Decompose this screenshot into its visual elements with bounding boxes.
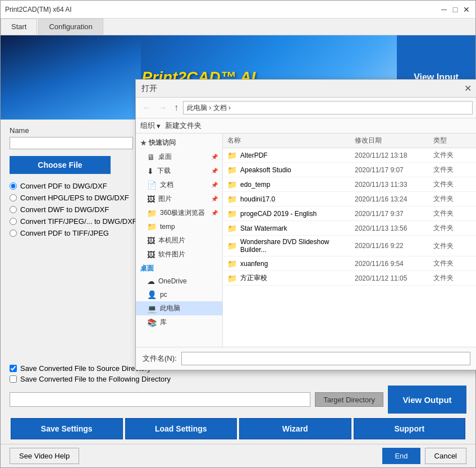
software-pics-label: 软件图片 [158,250,185,259]
nav-item-local-photos[interactable]: 🖼 本机照片 [136,233,222,247]
file-row[interactable]: 📁 AlterPDF 2020/11/12 13:18 文件夹 [223,148,476,163]
file-row[interactable]: 📁 Star Watermark 2020/11/13 13:56 文件夹 [223,221,476,236]
footer-right: End Cancel [382,448,466,464]
action-buttons-row: Save Settings Load Settings Wizard Suppo… [1,418,475,444]
file-date: 2020/11/17 9:37 [355,210,433,218]
nav-item-pc[interactable]: 👤 pc [136,288,222,301]
target-row: Target Directory View Output [10,386,466,414]
nav-item-onedrive[interactable]: ☁ OneDrive [136,274,222,288]
radio-label-4: Convert PDF to TIFF/JPEG [20,229,109,237]
title-controls: ─ □ ✕ [440,5,471,14]
support-button[interactable]: Support [354,418,466,439]
file-type: 文件夹 [433,150,473,160]
file-list-body: 📁 AlterPDF 2020/11/12 13:18 文件夹 📁 Apeaks… [223,148,476,347]
wizard-button[interactable]: Wizard [239,418,351,439]
folder-icon: 📁 [227,259,237,268]
dialog-up-button[interactable]: ↑ [172,102,181,114]
load-settings-button[interactable]: Load Settings [125,418,237,439]
quick-access-label: 快速访问 [149,138,176,148]
breadcrumb-bar: 此电脑 › 文档 › [183,101,473,114]
dialog-nav: ← → ↑ 此电脑 › 文档 › [136,98,476,118]
dialog-close-button[interactable]: ✕ [464,83,472,94]
close-button[interactable]: ✕ [462,5,471,14]
file-row[interactable]: 📁 Apeaksoft Studio 2020/11/17 9:07 文件夹 [223,163,476,177]
360-label: 360极速浏览器 [160,208,205,218]
view-output-button[interactable]: View Output [388,386,466,414]
tab-configuration[interactable]: Configuration [38,19,103,35]
main-window: Print2CAD(TM) x64 AI ─ □ ✕ Start Configu… [0,0,476,468]
pictures-icon: 🖼 [147,195,155,204]
end-button[interactable]: End [382,448,420,464]
dialog-toolbar: 组织 ▾ 新建文件夹 [136,118,476,134]
target-directory-input[interactable] [10,392,310,407]
file-name: edo_temp [240,181,270,189]
target-directory-button[interactable]: Target Directory [315,392,383,407]
folder-360-icon: 📁 [147,209,157,218]
file-date: 2020/11/17 9:07 [355,166,433,174]
pin-icon: 📌 [211,154,218,160]
pin-icon-4: 📌 [211,196,218,202]
file-row[interactable]: 📁 edo_temp 2020/11/13 11:33 文件夹 [223,177,476,192]
nav-item-desktop[interactable]: 🖥 桌面 📌 [136,150,222,164]
desktop-icon: 🖥 [147,153,155,162]
minimize-button[interactable]: ─ [440,5,448,14]
folder-temp-icon: 📁 [147,222,157,231]
tab-start[interactable]: Start [1,19,37,35]
view-output-label: View Output [402,395,451,405]
nav-item-this-pc[interactable]: 💻 此电脑 [136,301,222,315]
file-type: 文件夹 [433,165,473,175]
radio-label-2: Convert DWF to DWG/DXF [20,205,109,214]
file-row[interactable]: 📁 houdini17.0 2020/11/16 13:24 文件夹 [223,192,476,207]
nav-item-library[interactable]: 📚 库 [136,315,222,329]
folder-icon: 📁 [227,195,237,204]
file-type: 文件夹 [433,259,473,268]
nav-item-downloads[interactable]: ⬇ 下载 📌 [136,164,222,178]
desktop-section-label: 桌面 [140,264,154,273]
checkbox-save-following[interactable]: Save Converted File to the Following Dir… [10,375,466,383]
col-date-header[interactable]: 修改日期 [355,136,433,145]
file-row[interactable]: 📁 progeCAD 2019 - English 2020/11/17 9:3… [223,207,476,221]
pin-icon-3: 📌 [211,182,218,188]
left-panel: ★ 快速访问 🖥 桌面 📌 ⬇ 下载 📌 📄 文档 📌 [136,134,223,347]
pin-icon-5: 📌 [211,210,218,216]
col-name-header[interactable]: 名称 [227,136,355,145]
filename-input[interactable] [181,352,470,365]
breadcrumb-text: 此电脑 › 文档 › [187,103,231,113]
window-title: Print2CAD(TM) x64 AI [5,6,72,13]
file-row[interactable]: 📁 xuanfeng 2020/11/16 9:54 文件夹 [223,256,476,271]
file-date: 2020/11/16 9:54 [355,260,433,268]
nav-item-documents[interactable]: 📄 文档 📌 [136,178,222,192]
dialog-forward-button[interactable]: → [156,102,170,114]
cancel-button[interactable]: Cancel [425,448,466,464]
quick-access-header: ★ 快速访问 [136,136,222,150]
col-type-header[interactable]: 类型 [433,136,473,145]
nav-item-pictures[interactable]: 🖼 图片 📌 [136,192,222,206]
download-icon: ⬇ [147,167,154,176]
organize-dropdown-icon: ▾ [157,122,161,130]
folder-icon: 📁 [227,151,237,160]
star-icon: ★ [140,139,147,147]
file-date: 2020/11/16 9:22 [355,242,433,250]
temp-label: temp [160,223,175,231]
nav-item-temp[interactable]: 📁 temp [136,220,222,233]
file-row[interactable]: 📁 方正审校 2020/11/12 11:05 文件夹 [223,271,476,286]
nav-item-software-pics[interactable]: 🖼 软件图片 [136,247,222,261]
see-video-button[interactable]: See Video Help [10,448,79,464]
organize-button[interactable]: 组织 ▾ [140,121,161,131]
pin-icon-2: 📌 [211,168,218,174]
new-folder-button[interactable]: 新建文件夹 [165,121,202,131]
maximize-button[interactable]: □ [451,5,460,14]
local-photos-label: 本机照片 [158,236,185,245]
choose-file-button[interactable]: Choose File [10,156,111,174]
nav-item-360[interactable]: 📁 360极速浏览器 📌 [136,206,222,220]
name-input[interactable] [10,137,133,149]
file-row[interactable]: 📁 Wondershare DVD Slideshow Builder... 2… [223,236,476,256]
section-desktop[interactable]: 桌面 [136,261,222,274]
dialog-title: 打开 [141,84,157,94]
dialog-back-button[interactable]: ← [140,102,154,114]
save-settings-button[interactable]: Save Settings [11,418,123,439]
library-label: 库 [160,318,167,327]
file-name: xuanfeng [240,260,268,268]
pc-icon: 👤 [147,290,157,299]
file-type: 文件夹 [433,273,473,283]
